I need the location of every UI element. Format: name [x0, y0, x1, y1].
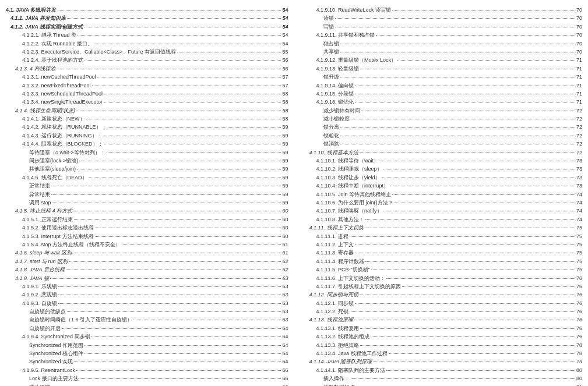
toc-entry[interactable]: 减小锁粒度72 — [300, 115, 583, 123]
toc-entry[interactable]: 锁消除72 — [300, 140, 583, 148]
toc-entry[interactable]: 4.1.3.2. newFixedThreadPool57 — [6, 82, 288, 90]
toc-leader-dots — [73, 211, 281, 211]
toc-entry[interactable]: 4.1.4.5. 线程死亡（DEAD）59 — [6, 173, 288, 182]
toc-entry[interactable]: 调用 stop59 — [6, 199, 288, 207]
toc-entry[interactable]: 4.1.2.3. ExecutorService、Callable<Class>… — [6, 48, 288, 56]
toc-entry[interactable]: 4.1.14. JAVA 阻塞队列原理79 — [300, 357, 583, 366]
toc-entry[interactable]: 4.1.9.2. 悲观锁63 — [6, 291, 288, 299]
toc-entry[interactable]: 等待阻塞（o.wait->等待对列）：59 — [6, 148, 288, 157]
toc-entry[interactable]: 4.1.13.4. Java 线程池工作过程78 — [300, 349, 583, 357]
toc-entry[interactable]: Synchronized 核心组件64 — [6, 349, 288, 357]
toc-entry[interactable]: 4.1.10.7. 线程唤醒（notify）74 — [300, 207, 583, 215]
toc-entry[interactable]: 4.1.11.5. PCB-"切换桢"75 — [300, 265, 583, 274]
toc-entry[interactable]: 锁分离72 — [300, 123, 583, 131]
toc-entry[interactable]: 4.1.10.6. 为什么要用 join()方法？74 — [300, 199, 583, 207]
toc-entry[interactable]: 4.1.8. JAVA 后台线程62 — [6, 265, 288, 274]
toc-leader-dots — [390, 186, 575, 186]
toc-title: 4.1.9.14. 偏向锁 — [316, 82, 354, 90]
toc-entry[interactable]: 4.1.10.5. Join 等待其他线程终止74 — [300, 190, 583, 199]
toc-entry[interactable]: 4.1.2. JAVA 线程实现/创建方式54 — [6, 23, 288, 31]
toc-entry[interactable]: 4.1.9. JAVA 锁63 — [6, 274, 288, 282]
toc-entry[interactable]: 4.1.9.12. 重量级锁（Mutex Lock）71 — [300, 56, 583, 64]
toc-entry[interactable]: 4.1.2.2. 实现 Runnable 接口。54 — [6, 40, 288, 48]
toc-entry[interactable]: 4.1.4.4. 阻塞状态（BLOCKED）：59 — [6, 140, 288, 148]
toc-entry[interactable]: 4.1.7. start 与 run 区别62 — [6, 257, 288, 265]
toc-title: 4.1.5.3. Interrupt 方法结束线程 — [22, 232, 94, 240]
toc-entry[interactable]: 读锁70 — [300, 14, 583, 22]
toc-entry[interactable]: 4.1.11.4. 程序计数器75 — [300, 257, 583, 265]
toc-entry[interactable]: 4.1.9.14. 偏向锁71 — [300, 82, 583, 90]
toc-entry[interactable]: 4.1.11.3. 寄存器75 — [300, 249, 583, 257]
toc-entry[interactable]: 4.1.5.1. 正常运行结束60 — [6, 215, 288, 224]
toc-entry[interactable]: 4.1.14.1. 阻塞队列的主要方法80 — [300, 366, 583, 374]
toc-entry[interactable]: 4.1.3.3. newScheduledThreadPool58 — [6, 90, 288, 98]
toc-entry[interactable]: 正常结束59 — [6, 182, 288, 190]
toc-entry[interactable]: 4.1.13.2. 线程池的组成76 — [300, 332, 583, 341]
toc-entry[interactable]: 4.1.1. JAVA 并发知识库54 — [6, 14, 288, 22]
toc-entry[interactable]: 4.1.5.4. stop 方法终止线程（线程不安全）61 — [6, 240, 288, 249]
toc-entry[interactable]: 4.1.10.4. 线程中断（interrupt）73 — [300, 182, 583, 190]
toc-entry[interactable]: 4.1.10.1. 线程等待（wait）73 — [300, 157, 583, 165]
toc-entry[interactable]: 4.1.11.6. 上下文切换的活动：76 — [300, 274, 583, 282]
toc-leader-dots — [51, 186, 281, 186]
toc-entry[interactable]: 独占锁70 — [300, 40, 583, 48]
toc-entry[interactable]: 4.1.9.5. ReentrantLock66 — [6, 366, 288, 374]
toc-entry[interactable]: 4.1.11.2. 上下文75 — [300, 240, 583, 249]
toc-entry[interactable]: 4.1.9.1. 乐观锁63 — [6, 282, 288, 291]
toc-entry[interactable]: 4.1.2.1. 继承 Thread 类54 — [6, 31, 288, 39]
toc-entry[interactable]: 4.1.13.1. 线程复用76 — [300, 324, 583, 332]
toc-entry[interactable]: 插入操作：80 — [300, 374, 583, 383]
toc-entry[interactable]: 4.1.9.16. 锁优化71 — [300, 98, 583, 106]
toc-entry[interactable]: 4.1.3. 4 种线程池56 — [6, 65, 288, 73]
toc-entry[interactable]: 同步阻塞(lock->锁池)59 — [6, 157, 288, 165]
toc-entry[interactable]: 4.1.5. 终止线程 4 种方式60 — [6, 207, 288, 215]
toc-entry[interactable]: 4.1.3.4. newSingleThreadExecutor58 — [6, 98, 288, 106]
toc-entry[interactable]: 4.1.4.3. 运行状态（RUNNING）：59 — [6, 132, 288, 140]
toc-entry[interactable]: Synchronized 实现64 — [6, 357, 288, 366]
toc-entry[interactable]: 4.1.9.10. ReadWriteLock 读写锁70 — [300, 6, 583, 14]
toc-entry[interactable]: 4.1.4. 线程生命周期(状态)58 — [6, 107, 288, 115]
toc-entry[interactable]: 4.1.11.1. 进程75 — [300, 232, 583, 240]
toc-entry[interactable]: Lock 接口的主要方法66 — [6, 374, 288, 383]
toc-entry[interactable]: 减少锁持有时间72 — [300, 107, 583, 115]
toc-entry[interactable]: 4.1.3.1. newCachedThreadPool57 — [6, 73, 288, 81]
toc-entry[interactable]: 4.1.4.1. 新建状态（NEW）58 — [6, 115, 288, 123]
toc-leader-dots — [84, 27, 281, 27]
toc-entry[interactable]: 4.1. JAVA 多线程并发54 — [6, 6, 288, 14]
toc-entry[interactable]: 锁升级71 — [300, 73, 583, 81]
toc-entry[interactable]: 4.1.12.2. 死锁76 — [300, 307, 583, 316]
toc-entry[interactable]: 异常结束59 — [6, 190, 288, 199]
toc-entry[interactable]: 4.1.9.11. 共享锁和独占锁70 — [300, 31, 583, 39]
toc-entry[interactable]: 4.1.10. 线程基本方法72 — [300, 148, 583, 157]
toc-entry[interactable]: 4.1.11.7. 引起线程上下文切换的原因76 — [300, 282, 583, 291]
toc-entry[interactable]: 写锁70 — [300, 23, 583, 31]
toc-entry[interactable]: 4.1.13.3. 拒绝策略78 — [300, 341, 583, 349]
toc-entry[interactable]: 4.1.9.4. Synchronized 同步锁64 — [6, 332, 288, 341]
toc-title: 4.1.11.6. 上下文切换的活动： — [316, 274, 386, 282]
toc-entry[interactable]: 4.1.10.2. 线程睡眠（sleep）73 — [300, 165, 583, 173]
toc-entry[interactable]: 自旋锁时间阈值（1.6 引入了适应性自旋锁）63 — [6, 316, 288, 324]
toc-entry[interactable]: 4.1.12. 同步锁与死锁76 — [300, 291, 583, 299]
toc-entry[interactable]: 锁粗化72 — [300, 132, 583, 140]
toc-entry[interactable]: 自旋锁的优缺点63 — [6, 307, 288, 316]
toc-entry[interactable]: 共享锁70 — [300, 48, 583, 56]
toc-entry[interactable]: 4.1.5.2. 使用退出标志退出线程60 — [6, 224, 288, 232]
toc-entry[interactable]: 4.1.9.3. 自旋锁63 — [6, 299, 288, 307]
toc-entry[interactable]: 4.1.2.4. 基于线程池的方式56 — [6, 56, 288, 64]
toc-entry[interactable]: 4.1.13. 线程池原理76 — [300, 316, 583, 324]
toc-entry[interactable]: 自旋锁的开启64 — [6, 324, 288, 332]
toc-leader-dots — [376, 35, 575, 36]
toc-entry[interactable]: 4.1.11. 线程上下文切换75 — [300, 224, 583, 232]
toc-entry[interactable]: Synchronized 作用范围64 — [6, 341, 288, 349]
toc-entry[interactable]: 4.1.12.1. 同步锁76 — [300, 299, 583, 307]
toc-entry[interactable]: 非公平锁66 — [6, 383, 288, 386]
toc-entry[interactable]: 4.1.6. sleep 与 wait 区别61 — [6, 249, 288, 257]
toc-entry[interactable]: 4.1.9.13. 轻量级锁71 — [300, 65, 583, 73]
toc-entry[interactable]: 4.1.10.8. 其他方法：74 — [300, 215, 583, 224]
toc-entry[interactable]: 4.1.4.2. 就绪状态（RUNNABLE）：59 — [6, 123, 288, 131]
toc-entry[interactable]: 4.1.9.15. 分段锁71 — [300, 90, 583, 98]
toc-entry[interactable]: 4.1.5.3. Interrupt 方法结束线程60 — [6, 232, 288, 240]
toc-entry[interactable]: 其他阻塞(sleep/join)59 — [6, 165, 288, 173]
toc-entry[interactable]: 获取数据操作：81 — [300, 383, 583, 386]
toc-entry[interactable]: 4.1.10.3. 线程让步（yield）73 — [300, 173, 583, 182]
